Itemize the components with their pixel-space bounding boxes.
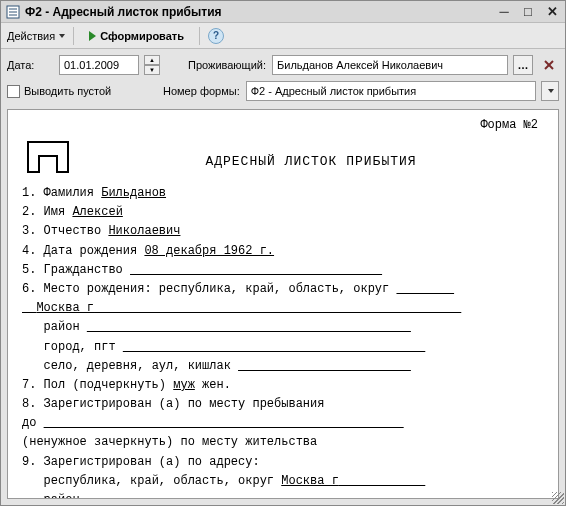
citizenship-label: 5. Гражданство [22,263,130,277]
surname-label: 1. Фамилия [22,186,94,200]
birthplace-label: 6. Место рождения: республика, край, обл… [22,282,396,296]
name-label: 2. Имя [22,205,65,219]
resident-value: Бильданов Алексей Николаевич [277,59,443,71]
patronymic-value: Николаевич [108,224,180,238]
birthdate-label: 4. Дата рождения [22,244,137,258]
reg-addr-region-label: республика, край, область, округ [44,474,274,488]
document-scroll[interactable]: Форма №2 АДРЕСНЫЙ ЛИСТОК ПРИБЫТИЯ 1. Фам… [8,110,558,498]
stamp-icon [26,140,70,176]
city-label: город, пгт [44,340,123,354]
help-button[interactable]: ? [208,28,224,44]
sex-female: жен. [202,378,231,392]
output-empty-label: Выводить пустой [24,85,111,97]
resident-label: Проживающий: [188,59,266,71]
patronymic-label: 3. Отчество [22,224,101,238]
generate-label: Сформировать [100,30,184,42]
form-number-field[interactable]: Ф2 - Адресный листок прибытия [246,81,536,101]
document-title: АДРЕСНЫЙ ЛИСТОК ПРИБЫТИЯ [84,154,538,169]
titlebar: Ф2 - Адресный листок прибытия ─ □ ✕ [1,1,565,23]
birthdate-value: 08 декабря 1962 г. [144,244,274,258]
district-label: район [44,320,87,334]
form-number-dropdown-button[interactable] [541,81,559,101]
play-icon [89,31,96,41]
date-field[interactable]: 01.01.2009 [59,55,139,75]
sex-male: муж [173,378,195,392]
resize-grip[interactable] [552,492,564,504]
actions-menu-label: Действия [7,30,55,42]
chevron-down-icon [548,89,554,93]
village-label: село, деревня, аул, кишлак [44,359,238,373]
spin-down-icon[interactable]: ▼ [144,65,160,75]
close-button[interactable]: ✕ [543,4,561,20]
date-label: Дата: [7,59,53,71]
app-window: Ф2 - Адресный листок прибытия ─ □ ✕ Дейс… [0,0,566,506]
strike-note: (ненужное зачеркнуть) по месту жительств… [22,433,538,452]
form-number-caption: Форма №2 [22,118,538,132]
reg-addr-label: 9. Зарегистрирован (а) по адресу: [22,453,538,472]
surname-value: Бильданов [101,186,166,200]
reg-addr-region-value: Москва г [281,474,339,488]
toolbar-separator [73,27,74,45]
maximize-button[interactable]: □ [519,4,537,20]
window-title: Ф2 - Адресный листок прибытия [25,5,222,19]
resident-clear-button[interactable] [539,55,559,75]
chevron-down-icon [59,34,65,38]
birthplace-value: Москва г [36,301,94,315]
addr-district-label: район [44,493,87,498]
name-value: Алексей [72,205,122,219]
generate-button[interactable]: Сформировать [82,27,191,45]
toolbar: Действия Сформировать ? [1,23,565,49]
form-number-label: Номер формы: [163,85,240,97]
sex-label: 7. Пол (подчеркнуть) [22,378,166,392]
form-number-value: Ф2 - Адресный листок прибытия [251,85,416,97]
output-empty-checkbox[interactable] [7,85,20,98]
until-label: до [22,416,44,430]
date-value: 01.01.2009 [64,59,119,71]
toolbar-separator [199,27,200,45]
resident-lookup-button[interactable]: … [513,55,533,75]
reg-stay-label: 8. Зарегистрирован (а) по месту пребыван… [22,395,538,414]
minimize-button[interactable]: ─ [495,4,513,20]
resident-field[interactable]: Бильданов Алексей Николаевич [272,55,508,75]
app-icon [5,4,21,20]
filter-panel: Дата: 01.01.2009 ▲ ▼ Проживающий: Бильда… [1,49,565,107]
spin-up-icon[interactable]: ▲ [144,55,160,65]
document-body: 1. Фамилия Бильданов 2. Имя Алексей 3. О… [22,184,538,498]
actions-menu[interactable]: Действия [7,30,65,42]
date-spinner[interactable]: ▲ ▼ [144,55,160,75]
document-preview: Форма №2 АДРЕСНЫЙ ЛИСТОК ПРИБЫТИЯ 1. Фам… [7,109,559,499]
